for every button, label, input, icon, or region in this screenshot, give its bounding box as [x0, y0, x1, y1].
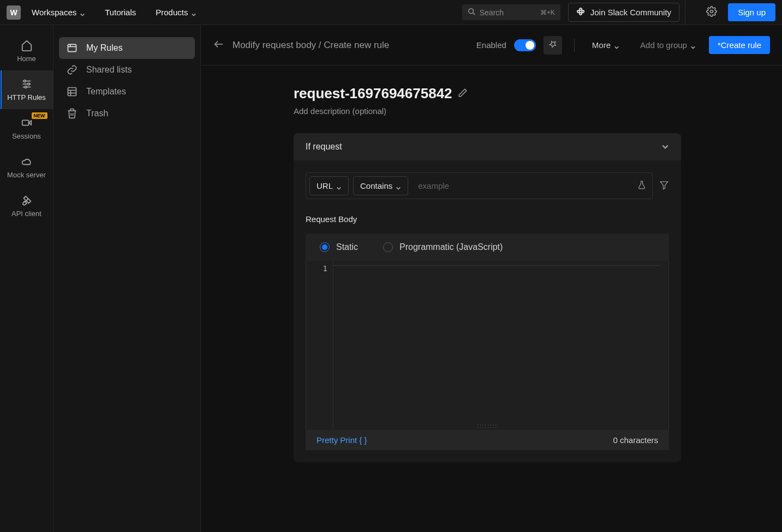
gear-icon — [706, 9, 717, 19]
enabled-toggle[interactable] — [514, 39, 536, 51]
svg-line-1 — [473, 13, 475, 15]
signup-button[interactable]: Sign up — [728, 3, 775, 21]
rail-api-label: API client — [11, 210, 41, 218]
rail-home-label: Home — [17, 55, 36, 63]
rail-sessions-label: Sessions — [12, 132, 41, 140]
slack-label: Join Slack Community — [590, 8, 671, 17]
svg-rect-3 — [582, 10, 584, 13]
url-label: URL — [317, 181, 333, 190]
create-rule-button[interactable]: *Create rule — [709, 36, 770, 54]
if-request-card: If request URL Contains — [294, 133, 681, 462]
sidebar-my-rules-label: My Rules — [86, 43, 123, 53]
breadcrumb: Modify request body / Create new rule — [232, 40, 389, 51]
sidebar-shared-lists[interactable]: Shared lists — [59, 59, 195, 81]
test-button[interactable] — [635, 178, 649, 194]
new-badge: NEW — [32, 112, 47, 119]
code-editor[interactable]: 1 :::::::: — [306, 261, 669, 430]
pin-icon — [548, 40, 557, 51]
settings-button[interactable] — [703, 3, 720, 22]
resize-handle[interactable]: :::::::: — [477, 423, 498, 429]
svg-rect-4 — [580, 8, 582, 10]
sidebar-trash-label: Trash — [86, 109, 108, 118]
add-to-group-label: Add to group — [640, 40, 687, 50]
request-body-label: Request Body — [306, 214, 669, 224]
editor-footer: Pretty Print { } 0 characters — [306, 430, 669, 450]
rail-api-client[interactable]: API client — [1, 187, 53, 225]
chevron-down-icon — [80, 10, 85, 15]
content-area: request-1697694675842 Add description (o… — [294, 65, 747, 462]
operator-select[interactable]: Contains — [353, 176, 408, 195]
line-number: 1 — [306, 264, 327, 273]
add-to-group-menu[interactable]: Add to group — [640, 40, 696, 50]
rail-http-label: HTTP Rules — [7, 93, 46, 101]
svg-point-0 — [468, 9, 473, 14]
svg-rect-18 — [68, 88, 76, 96]
filter-icon — [659, 182, 669, 192]
radio-static[interactable]: Static — [320, 242, 358, 252]
rail-mock-label: Mock server — [7, 171, 46, 179]
sliders-icon — [21, 78, 33, 90]
nav-rail: Home HTTP Rules NEW Sessions Mock server… — [0, 25, 53, 532]
svg-point-12 — [25, 86, 27, 88]
home-icon — [21, 39, 33, 51]
svg-rect-5 — [580, 13, 582, 15]
search-placeholder: Search — [480, 8, 504, 17]
rail-mock-server[interactable]: Mock server — [1, 148, 53, 187]
search-box[interactable]: Search ⌘+K — [462, 4, 560, 20]
main-header: Modify request body / Create new rule En… — [201, 25, 782, 65]
workspaces-menu[interactable]: Workspaces — [26, 4, 91, 20]
sidebar-templates-label: Templates — [86, 87, 126, 97]
edit-title-button[interactable] — [458, 88, 468, 100]
card-header[interactable]: If request — [294, 133, 681, 160]
tutorials-link[interactable]: Tutorials — [99, 4, 141, 20]
condition-input[interactable] — [413, 178, 630, 194]
pencil-icon — [458, 90, 468, 99]
chevron-down-icon — [614, 43, 619, 48]
sidebar-templates[interactable]: Templates — [59, 81, 195, 103]
main-panel: Modify request body / Create new rule En… — [201, 25, 782, 532]
radio-programmatic[interactable]: Programmatic (JavaScript) — [383, 242, 503, 252]
programmatic-label: Programmatic (JavaScript) — [399, 242, 503, 252]
svg-point-6 — [711, 10, 713, 13]
back-button[interactable] — [213, 38, 225, 52]
svg-rect-13 — [22, 120, 28, 125]
svg-point-10 — [23, 80, 26, 82]
divider — [685, 0, 685, 25]
products-label: Products — [156, 8, 188, 17]
editor-gutter: 1 — [306, 261, 333, 430]
search-icon — [468, 8, 475, 17]
join-slack-button[interactable]: Join Slack Community — [568, 3, 679, 22]
svg-marker-23 — [660, 182, 668, 189]
more-menu[interactable]: More — [587, 37, 625, 53]
chevron-down-icon — [690, 43, 696, 48]
filter-button[interactable] — [659, 180, 669, 192]
chevron-down-icon — [661, 143, 669, 151]
slack-icon — [576, 7, 585, 17]
sidebar-trash[interactable]: Trash — [59, 103, 195, 124]
description-field[interactable]: Add description (optional) — [294, 106, 747, 116]
svg-point-11 — [27, 83, 29, 85]
workspace-avatar[interactable]: W — [7, 5, 21, 20]
static-label: Static — [336, 242, 358, 252]
rail-home[interactable]: Home — [1, 32, 53, 70]
search-shortcut: ⌘+K — [540, 9, 555, 16]
url-type-select[interactable]: URL — [309, 176, 349, 195]
sidebar-shared-label: Shared lists — [86, 65, 132, 75]
rail-sessions[interactable]: NEW Sessions — [1, 109, 53, 148]
enabled-label: Enabled — [476, 40, 506, 50]
products-menu[interactable]: Products — [150, 4, 202, 20]
pretty-print-button[interactable]: Pretty Print { } — [317, 435, 367, 445]
contains-label: Contains — [360, 181, 392, 190]
editor-line — [333, 265, 660, 266]
top-bar: W Workspaces Tutorials Products Search ⌘… — [0, 0, 782, 25]
pin-button[interactable] — [544, 36, 562, 55]
body-type-radio-group: Static Programmatic (JavaScript) — [306, 234, 669, 261]
rail-http-rules[interactable]: HTTP Rules — [1, 70, 53, 109]
sub-sidebar: My Rules Shared lists Templates Trash — [53, 25, 201, 532]
svg-rect-2 — [577, 10, 580, 13]
chevron-down-icon — [336, 183, 342, 189]
sidebar-my-rules[interactable]: My Rules — [59, 37, 195, 59]
divider — [574, 39, 575, 52]
radio-icon — [320, 242, 330, 252]
rocket-icon — [21, 194, 33, 206]
